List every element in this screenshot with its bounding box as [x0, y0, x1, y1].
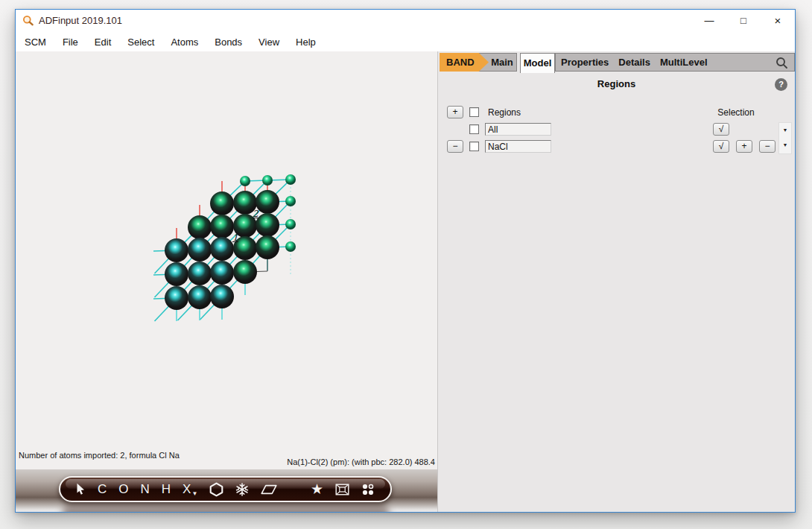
nacl-crystal-model	[16, 51, 437, 469]
menu-item-scm[interactable]: SCM	[21, 35, 50, 49]
element-n-button[interactable]: N	[141, 476, 150, 502]
remove-from-nacl-region-button[interactable]: −	[759, 140, 775, 153]
app-magnifier-icon	[22, 15, 34, 27]
regions-section: + Regions Selection √ − √ + − ▼ ▼	[438, 51, 795, 512]
perspective-frame-icon[interactable]	[335, 484, 349, 495]
tool-strip: C O N H X ▼	[16, 469, 437, 512]
menu-item-file[interactable]: File	[59, 35, 82, 49]
window-controls: — □ ×	[692, 10, 795, 32]
toolbar-reflection	[62, 506, 390, 512]
menu-bar: SCM File Edit Select Atoms Bonds View He…	[16, 32, 795, 51]
region-all-dropdown-icon[interactable]: ▼	[779, 123, 791, 138]
element-x-dropdown-icon[interactable]: ▼	[191, 486, 197, 502]
favorites-star-icon[interactable]: ★	[311, 477, 323, 501]
remove-region-button[interactable]: −	[447, 140, 463, 153]
element-x-label: X	[183, 476, 191, 502]
menu-item-edit[interactable]: Edit	[91, 35, 115, 49]
region-nacl-checkbox[interactable]	[469, 142, 479, 151]
maximize-button[interactable]: □	[726, 10, 761, 32]
selection-dropdown-strip: ▼ ▼	[778, 122, 792, 154]
window-title: ADFinput 2019.101	[39, 15, 122, 26]
fragments-dots-icon[interactable]	[361, 483, 375, 496]
region-all-name-input[interactable]	[485, 123, 551, 136]
region-nacl-name-input[interactable]	[485, 140, 551, 153]
atom-toolbar: C O N H X ▼	[59, 476, 392, 502]
plane-tool-icon[interactable]	[261, 484, 277, 495]
select-all-region-button[interactable]: √	[713, 123, 729, 136]
region-nacl-dropdown-icon[interactable]: ▼	[779, 138, 791, 153]
menu-item-help[interactable]: Help	[292, 35, 320, 49]
element-c-button[interactable]: C	[98, 476, 107, 502]
menu-item-view[interactable]: View	[255, 35, 283, 49]
regions-header-checkbox[interactable]	[469, 107, 479, 117]
add-to-nacl-region-button[interactable]: +	[736, 140, 752, 153]
element-x-button[interactable]: X ▼	[183, 476, 197, 502]
molecule-viewport[interactable]: 1 2 Number of atoms imported: 2, formula…	[16, 51, 437, 469]
status-bond-distance: Na(1)-Cl(2) (pm): (with pbc: 282.0) 488.…	[287, 457, 435, 466]
ring-structure-icon[interactable]	[209, 482, 223, 497]
adfinput-window: ADFinput 2019.101 — □ × SCM File Edit Se…	[15, 9, 796, 513]
element-h-button[interactable]: H	[162, 476, 171, 502]
region-all-checkbox[interactable]	[469, 124, 479, 134]
atom-label-1: 1	[232, 232, 238, 243]
menu-item-atoms[interactable]: Atoms	[167, 35, 202, 49]
left-pane: 1 2 Number of atoms imported: 2, formula…	[16, 51, 437, 512]
select-cursor-icon[interactable]	[76, 483, 86, 495]
regions-header-label: Regions	[488, 107, 521, 118]
minimize-button[interactable]: —	[692, 10, 726, 32]
tab-model[interactable]: Model	[520, 53, 555, 73]
window-content: 1 2 Number of atoms imported: 2, formula…	[16, 51, 795, 512]
atom-label-2: 2	[253, 209, 258, 219]
element-o-button[interactable]: O	[118, 476, 128, 502]
selection-label: Selection	[702, 107, 770, 118]
menu-item-bonds[interactable]: Bonds	[211, 35, 246, 49]
settings-panel: BAND Main Model Properties Details Multi…	[437, 51, 795, 512]
close-button[interactable]: ×	[761, 10, 795, 32]
crystal-snowflake-icon[interactable]	[235, 483, 249, 496]
menu-item-select[interactable]: Select	[124, 35, 158, 49]
add-region-button[interactable]: +	[447, 106, 463, 118]
title-bar: ADFinput 2019.101 — □ ×	[16, 10, 795, 32]
status-atoms-imported: Number of atoms imported: 2, formula Cl …	[19, 451, 180, 460]
select-nacl-region-button[interactable]: √	[713, 140, 729, 153]
